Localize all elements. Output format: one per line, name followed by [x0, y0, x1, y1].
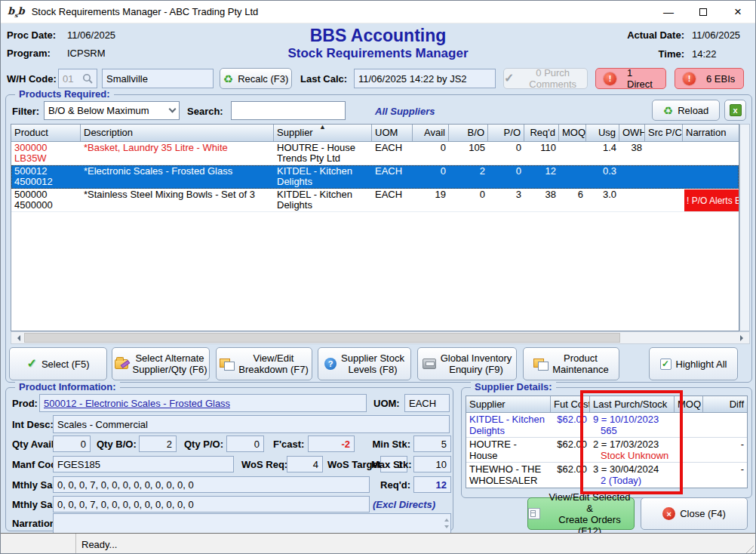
narration-textarea[interactable]: [54, 514, 450, 533]
minimize-button[interactable]: —: [651, 1, 686, 23]
create-orders-button[interactable]: View/Edit Selected & Create Orders (F12): [527, 497, 635, 530]
wh-name-field[interactable]: Smallville: [102, 69, 214, 88]
col-src-pc[interactable]: Src P/C: [645, 125, 683, 141]
scroll-up-icon: [444, 516, 449, 522]
direct-count-label: 1 Direct: [627, 67, 658, 90]
pages-icon: [533, 359, 548, 370]
excl-directs-label: (Excl Directs): [373, 499, 435, 510]
col-product[interactable]: Product: [11, 125, 81, 141]
supplier-details-table: Supplier Fut Cost Last Purch/Stock MOQ D…: [466, 395, 748, 488]
scroll-down-icon: [444, 525, 449, 531]
mthly-sales-field-1: 0, 0, 0, 7, 0, 0, 0, 0, 0, 0, 0, 0, 0: [53, 476, 370, 493]
search-input[interactable]: [231, 101, 346, 120]
col-supplier[interactable]: Supplier▲: [274, 125, 372, 141]
sd-col-last-purch: Last Purch/Stock: [590, 396, 675, 412]
window-controls: — ×: [651, 1, 755, 23]
col-description[interactable]: Description: [81, 125, 274, 141]
title-bar: bsb Stock Requirements Manager - ABC Tra…: [1, 1, 755, 23]
qty-bo-field: 2: [139, 436, 177, 452]
warning-icon: !: [604, 72, 616, 85]
maximize-button[interactable]: [686, 1, 721, 23]
supplier-details-header: Supplier Fut Cost Last Purch/Stock MOQ D…: [466, 396, 747, 413]
uom-label: UOM:: [373, 398, 400, 409]
product-maintenance-button[interactable]: Product Maintenance: [523, 347, 619, 380]
direct-alert-button[interactable]: ! 1 Direct: [595, 68, 666, 89]
prod-label: Prod:: [12, 398, 38, 409]
prod-link[interactable]: 500012 - Electronic Scales - Frosted Gla…: [44, 398, 230, 409]
sd-col-fut-cost: Fut Cost: [551, 396, 590, 412]
actual-date-label: Actual Date:: [627, 29, 684, 41]
col-owh[interactable]: OWH: [619, 125, 645, 141]
scroll-right-arrow[interactable]: [737, 332, 749, 343]
select-alternate-supplier-button[interactable]: Select Alternate Supplier/Qty (F6): [112, 347, 210, 380]
close-button[interactable]: ×: [721, 1, 755, 23]
view-edit-breakdown-button[interactable]: View/Edit Breakdown (F7): [216, 347, 312, 380]
wh-code-field[interactable]: 01: [58, 69, 97, 88]
resize-grip[interactable]: [744, 543, 754, 553]
sd-col-diff: Diff: [703, 396, 747, 412]
last-calc-field: 11/06/2025 14:22 by JS2: [354, 69, 496, 88]
max-stk-label: Max Stk:: [371, 459, 411, 470]
pages-icon: [220, 359, 234, 370]
search-label: Search:: [187, 106, 223, 117]
int-desc-label: Int Desc:: [12, 419, 54, 430]
purch-comments-button[interactable]: ✓ 0 Purch Comments: [503, 68, 588, 89]
maximize-icon: [699, 8, 707, 16]
app-window: bsb Stock Requirements Manager - ABC Tra…: [0, 0, 756, 554]
col-reqd[interactable]: Req'd: [524, 125, 559, 141]
qty-bo-label: Qty B/O:: [97, 439, 137, 450]
status-text: Ready...: [76, 539, 117, 550]
col-avail[interactable]: Avail: [413, 125, 449, 141]
col-bo[interactable]: B/O: [449, 125, 488, 141]
max-stk-field: 10: [413, 456, 451, 472]
narration-label: Narration:: [12, 518, 59, 529]
check-icon: ✓: [27, 358, 37, 370]
col-uom[interactable]: UOM: [372, 125, 413, 141]
min-stk-field: 5: [413, 436, 451, 452]
products-table-header: Product Description Supplier▲ UOM Avail …: [11, 125, 739, 142]
product-row[interactable]: 500000 4500000 *Stainless Steel Mixing B…: [11, 189, 739, 212]
products-table: Product Description Supplier▲ UOM Avail …: [11, 124, 739, 331]
int-desc-field: Scales - Commercial: [53, 415, 450, 433]
recalc-button[interactable]: ♻ Recalc (F3): [220, 68, 292, 89]
excel-icon: x: [730, 104, 742, 116]
wos-req-label: WoS Req:: [241, 459, 287, 470]
narration-scroll-arrows[interactable]: [444, 516, 449, 531]
recycle-icon: ♻: [663, 105, 673, 116]
highlight-all-button[interactable]: ✓ Highlight All: [649, 347, 738, 380]
scroll-thumb[interactable]: [24, 333, 620, 343]
recycle-icon: ♻: [223, 73, 233, 85]
scroll-left-arrow[interactable]: [11, 332, 23, 343]
supplier-details-group: Supplier Details: Supplier Fut Cost Last…: [461, 387, 752, 498]
narration-field-wrap: [53, 513, 451, 534]
col-usg[interactable]: Usg: [586, 125, 619, 141]
global-inventory-enquiry-button[interactable]: Global Inventory Enquiry (F9): [417, 347, 517, 380]
filter-dropdown[interactable]: B/O & Below Maximum: [44, 101, 180, 120]
qty-po-field: 0: [226, 436, 264, 452]
sort-asc-icon: ▲: [319, 125, 326, 131]
export-excel-button[interactable]: x: [724, 100, 746, 121]
close-f4-button[interactable]: × Close (F4): [641, 497, 748, 530]
supplier-row[interactable]: KITDEL - Kitchen Delights $62.00 9 = 10/…: [466, 413, 747, 438]
col-po[interactable]: P/O: [488, 125, 524, 141]
supplier-stock-levels-button[interactable]: ? Supplier Stock Levels (F8): [318, 347, 411, 380]
product-row-selected[interactable]: 500012 4500012 *Electronic Scales - Fros…: [11, 165, 739, 189]
col-narration[interactable]: Narration: [683, 125, 739, 141]
ebis-alert-button[interactable]: ! 6 EBIs: [675, 68, 744, 89]
product-row[interactable]: 300000 LB35W *Basket, Laundry 35 Litre -…: [11, 142, 739, 165]
supplier-row[interactable]: HOUTRE - House Trends Pty Ltd $62.00 2 =…: [466, 438, 747, 463]
folder-edit-icon: [115, 359, 128, 369]
select-button[interactable]: ✓ Select (F5): [9, 347, 107, 380]
mthly-sales-field-2: 0, 0, 0, 7, 0, 0, 0, 0, 0, 0, 0, 0, 0: [53, 496, 370, 512]
warning-icon: !: [683, 72, 696, 85]
col-moq[interactable]: MOQ: [559, 125, 586, 141]
ebis-count-label: 6 EBIs: [706, 73, 735, 85]
uom-field: EACH: [404, 394, 450, 412]
supplier-row[interactable]: THEWHO - THE WHOLESALER $62.00 3 = 30/04…: [466, 463, 747, 488]
reload-button[interactable]: ♻ Reload: [652, 100, 720, 121]
suppliers-scope-label: All Suppliers: [375, 106, 435, 117]
vertical-scrollbar[interactable]: [739, 124, 750, 331]
last-calc-value: 11/06/2025 14:22 by JS2: [358, 73, 467, 85]
horizontal-scrollbar[interactable]: [11, 331, 750, 344]
wh-code-value: 01: [63, 73, 73, 85]
